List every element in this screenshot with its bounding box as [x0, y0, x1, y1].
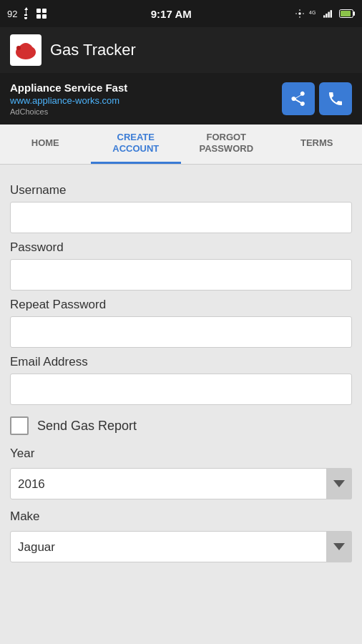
svg-rect-7 [326, 14, 327, 18]
ad-banner: Appliance Service Fast www.appliance-wor… [0, 73, 362, 125]
tab-create-account[interactable]: CREATE ACCOUNT [91, 125, 182, 164]
make-dropdown-wrapper: Jaguar Toyota Honda Ford [10, 531, 352, 562]
year-label: Year [10, 447, 352, 461]
ad-call-button[interactable] [319, 82, 352, 115]
ad-share-button[interactable] [282, 82, 315, 115]
app-bar: Gas Tracker [0, 27, 362, 73]
send-gas-report-row: Send Gas Report [10, 416, 352, 435]
ad-choices: AdChoices [10, 107, 127, 116]
svg-rect-8 [328, 12, 329, 18]
tab-forgot-password[interactable]: FORGOT PASSWORD [181, 125, 272, 164]
username-label: Username [10, 183, 352, 197]
usb-icon [21, 7, 31, 20]
ad-url[interactable]: www.appliance-works.com [10, 95, 127, 106]
app-icon-status [36, 8, 47, 19]
svg-point-15 [16, 46, 21, 50]
tab-bar: HOME CREATE ACCOUNT FORGOT PASSWORD TERM… [0, 125, 362, 165]
password-input[interactable] [10, 259, 352, 291]
battery-icon [339, 9, 355, 18]
repeat-password-label: Repeat Password [10, 298, 352, 312]
make-dropdown[interactable]: Jaguar Toyota Honda Ford [10, 531, 352, 562]
svg-rect-12 [353, 11, 355, 16]
svg-rect-2 [36, 14, 41, 19]
ad-action-buttons [282, 82, 352, 115]
create-account-form: Username Password Repeat Password Email … [0, 165, 362, 574]
username-input[interactable] [10, 202, 352, 233]
svg-point-4 [298, 12, 301, 15]
gps-icon [295, 9, 305, 19]
svg-rect-6 [323, 15, 325, 17]
status-right: 4G [295, 9, 355, 19]
make-label: Make [10, 509, 352, 524]
svg-rect-11 [341, 11, 351, 16]
app-logo [10, 34, 41, 66]
app-title: Gas Tracker [50, 41, 136, 59]
svg-rect-1 [42, 9, 47, 13]
email-input[interactable] [10, 374, 352, 405]
year-dropdown-wrapper: 2016 2017 2015 2014 [10, 468, 352, 499]
ad-title: Appliance Service Fast [10, 82, 127, 94]
tab-home[interactable]: HOME [0, 125, 91, 164]
svg-rect-9 [331, 10, 332, 17]
ad-text: Appliance Service Fast www.appliance-wor… [10, 82, 127, 116]
status-time: 9:17 AM [151, 8, 192, 20]
signal-icon [323, 9, 335, 19]
email-label: Email Address [10, 355, 352, 369]
year-dropdown[interactable]: 2016 2017 2015 2014 [10, 468, 352, 499]
svg-rect-0 [36, 9, 41, 13]
send-gas-report-checkbox[interactable] [10, 416, 29, 435]
svg-text:4G: 4G [309, 10, 315, 15]
svg-rect-3 [42, 14, 47, 19]
battery-level: 92 [7, 9, 17, 19]
network-icon: 4G [309, 9, 319, 19]
status-bar: 92 9:17 AM 4G [0, 0, 362, 27]
send-gas-report-label: Send Gas Report [37, 419, 137, 434]
status-left: 92 [7, 7, 47, 20]
password-label: Password [10, 240, 352, 255]
tab-terms[interactable]: TERMS [272, 125, 363, 164]
repeat-password-input[interactable] [10, 316, 352, 348]
